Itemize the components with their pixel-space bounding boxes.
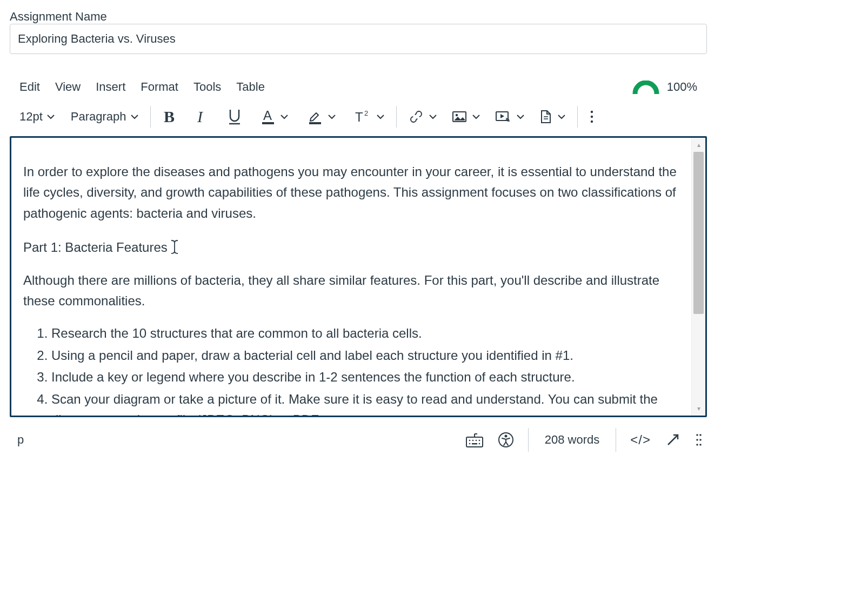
accessibility-gauge-icon (632, 81, 659, 94)
statusbar-right: 208 words </> (465, 428, 703, 452)
assignment-name-input[interactable] (10, 24, 707, 54)
media-icon (495, 110, 511, 123)
menu-insert[interactable]: Insert (96, 80, 125, 94)
svg-point-19 (472, 440, 473, 441)
statusbar-divider (528, 428, 529, 452)
chevron-down-icon (377, 114, 384, 119)
svg-line-27 (668, 435, 678, 445)
svg-point-31 (699, 439, 702, 441)
more-vertical-icon (590, 110, 594, 124)
chevron-down-icon (429, 114, 437, 119)
svg-point-33 (699, 444, 702, 446)
svg-point-18 (469, 440, 470, 441)
svg-point-30 (696, 439, 698, 441)
chevron-down-icon (131, 114, 138, 119)
document-icon (539, 110, 552, 124)
highlight-button[interactable] (308, 109, 336, 125)
svg-point-24 (478, 443, 480, 445)
rich-text-editor: Edit View Insert Format Tools Table 100%… (10, 80, 707, 452)
menu-view[interactable]: View (55, 80, 81, 94)
editor-statusbar: p 208 words </> (10, 417, 707, 452)
link-button[interactable] (409, 110, 437, 123)
font-size-label: 12pt (19, 110, 43, 124)
statusbar-divider (616, 428, 616, 452)
svg-point-9 (455, 114, 457, 116)
image-icon (452, 110, 467, 123)
image-button[interactable] (452, 110, 480, 123)
chevron-down-icon (558, 114, 565, 119)
fullscreen-button[interactable] (665, 432, 681, 448)
word-count[interactable]: 208 words (543, 433, 602, 447)
menubar-left: Edit View Insert Format Tools Table (19, 80, 265, 94)
scroll-thumb[interactable] (693, 152, 704, 314)
menubar-right: 100% (632, 80, 697, 94)
chevron-down-icon (472, 114, 480, 119)
content-ordered-list[interactable]: Research the 10 structures that are comm… (23, 323, 679, 416)
svg-text:B: B (164, 109, 175, 124)
editor-toolbar: 12pt Paragraph B I (10, 102, 707, 136)
svg-rect-23 (472, 443, 477, 445)
list-item[interactable]: Using a pencil and paper, draw a bacteri… (51, 345, 679, 366)
list-item[interactable]: Scan your diagram or take a picture of i… (51, 389, 679, 416)
editor-menubar: Edit View Insert Format Tools Table 100% (10, 80, 707, 102)
html-editor-toggle[interactable]: </> (630, 432, 651, 447)
content-paragraph[interactable]: In order to explore the diseases and pat… (23, 162, 679, 224)
text-color-button[interactable]: A (261, 109, 288, 125)
svg-point-26 (504, 435, 507, 438)
resize-handle[interactable] (695, 433, 703, 447)
fullscreen-icon (665, 432, 681, 448)
scroll-down-arrow[interactable]: ▾ (692, 401, 705, 416)
assignment-name-label: Assignment Name (10, 10, 858, 24)
chevron-down-icon (47, 114, 55, 119)
underline-button[interactable] (228, 109, 242, 125)
content-paragraph[interactable]: Although there are millions of bacteria,… (23, 270, 679, 312)
svg-text:A: A (263, 109, 272, 123)
field-label: Assignment Name (10, 10, 107, 23)
svg-point-22 (469, 443, 470, 445)
editor-content[interactable]: In order to explore the diseases and pat… (11, 138, 691, 416)
svg-text:I: I (197, 109, 204, 124)
svg-rect-5 (309, 122, 321, 124)
menu-tools[interactable]: Tools (193, 80, 221, 94)
scroll-up-arrow[interactable]: ▴ (692, 138, 705, 152)
accessibility-checker-button[interactable] (498, 432, 514, 448)
svg-point-15 (590, 121, 592, 123)
block-style-label: Paragraph (71, 110, 126, 124)
svg-text:T: T (355, 110, 363, 124)
link-icon (409, 110, 424, 123)
content-heading[interactable]: Part 1: Bacteria Features (23, 236, 679, 258)
list-item[interactable]: Include a key or legend where you descri… (51, 367, 679, 387)
font-size-select[interactable]: 12pt (19, 110, 55, 124)
text-color-icon: A (261, 109, 275, 125)
svg-rect-16 (466, 437, 483, 447)
more-options-button[interactable] (590, 110, 594, 124)
toolbar-divider (577, 106, 578, 128)
vertical-scrollbar[interactable]: ▴ ▾ (691, 138, 705, 416)
media-button[interactable] (495, 110, 524, 123)
document-button[interactable] (539, 110, 565, 124)
drag-handle-icon (695, 433, 703, 447)
bold-button[interactable]: B (163, 109, 177, 124)
element-path[interactable]: p (17, 433, 24, 447)
keyboard-shortcuts-button[interactable] (465, 432, 484, 448)
highlight-icon (308, 109, 323, 125)
keyboard-icon (465, 432, 484, 448)
svg-point-20 (475, 440, 477, 441)
list-item[interactable]: Research the 10 structures that are comm… (51, 323, 679, 344)
menu-table[interactable]: Table (236, 80, 265, 94)
svg-point-21 (478, 440, 480, 441)
svg-point-14 (590, 116, 592, 118)
menu-format[interactable]: Format (141, 80, 178, 94)
accessibility-score: 100% (667, 80, 697, 94)
chevron-down-icon (328, 114, 336, 119)
editor-content-area[interactable]: In order to explore the diseases and pat… (10, 136, 707, 417)
chevron-down-icon (517, 114, 524, 119)
block-style-select[interactable]: Paragraph (71, 110, 138, 124)
superscript-button[interactable]: T 2 (355, 110, 384, 124)
italic-button[interactable]: I (196, 109, 208, 124)
svg-rect-4 (262, 122, 274, 124)
svg-point-13 (590, 111, 592, 113)
accessibility-icon (498, 432, 514, 448)
toolbar-divider (150, 106, 151, 128)
menu-edit[interactable]: Edit (19, 80, 40, 94)
